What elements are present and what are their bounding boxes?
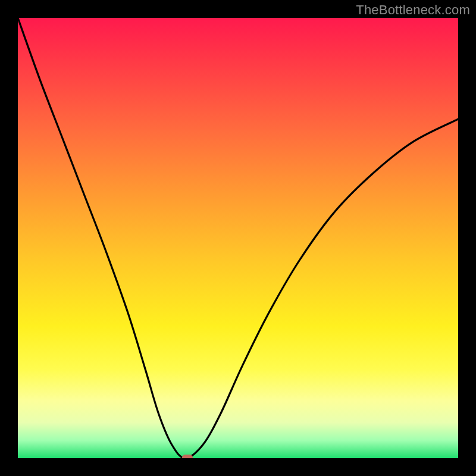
optimal-marker [182,455,193,458]
bottleneck-curve [18,18,458,458]
chart-frame: TheBottleneck.com [0,0,476,476]
watermark-text: TheBottleneck.com [356,2,470,18]
plot-area [18,18,458,458]
